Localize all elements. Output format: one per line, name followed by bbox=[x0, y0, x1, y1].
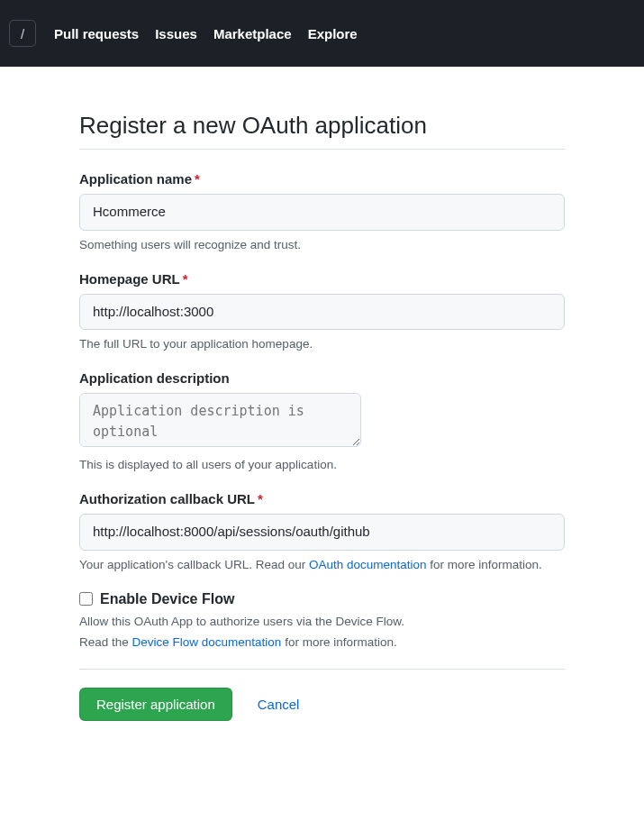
homepage-label: Homepage URL* bbox=[79, 271, 565, 287]
device-flow-label: Enable Device Flow bbox=[100, 591, 234, 607]
description-input[interactable] bbox=[79, 393, 361, 447]
description-label: Application description bbox=[79, 370, 565, 386]
app-name-label-text: Application name bbox=[79, 171, 192, 187]
homepage-input[interactable] bbox=[79, 294, 565, 331]
required-mark: * bbox=[258, 491, 263, 506]
required-mark: * bbox=[183, 271, 188, 287]
callback-hint-post: for more information. bbox=[427, 558, 542, 571]
device-flow-hint2: Read the Device Flow documentation for m… bbox=[79, 635, 565, 649]
divider bbox=[79, 669, 565, 670]
cancel-button[interactable]: Cancel bbox=[258, 697, 300, 712]
callback-label-text: Authorization callback URL bbox=[79, 491, 255, 506]
top-navbar: / Pull requests Issues Marketplace Explo… bbox=[0, 0, 644, 67]
oauth-doc-link[interactable]: OAuth documentation bbox=[309, 558, 427, 571]
main-content: Register a new OAuth application Applica… bbox=[0, 67, 644, 757]
device-flow-checkbox[interactable] bbox=[79, 592, 93, 606]
device-flow-hint2-pre: Read the bbox=[79, 635, 132, 649]
required-mark: * bbox=[195, 171, 200, 187]
device-flow-doc-link[interactable]: Device Flow documentation bbox=[132, 635, 282, 649]
callback-hint: Your application's callback URL. Read ou… bbox=[79, 558, 565, 571]
nav-explore[interactable]: Explore bbox=[308, 26, 358, 41]
homepage-hint: The full URL to your application homepag… bbox=[79, 337, 565, 351]
field-app-name: Application name* Something users will r… bbox=[79, 171, 565, 251]
nav-marketplace[interactable]: Marketplace bbox=[213, 26, 292, 41]
nav-pull-requests[interactable]: Pull requests bbox=[54, 26, 139, 41]
register-button[interactable]: Register application bbox=[79, 688, 232, 721]
page-title: Register a new OAuth application bbox=[79, 112, 565, 150]
homepage-label-text: Homepage URL bbox=[79, 271, 180, 287]
callback-hint-pre: Your application's callback URL. Read ou… bbox=[79, 558, 309, 571]
app-name-label: Application name* bbox=[79, 171, 565, 187]
device-flow-hint2-post: for more information. bbox=[281, 635, 396, 649]
callback-input[interactable] bbox=[79, 514, 565, 551]
field-description: Application description This is displaye… bbox=[79, 370, 565, 471]
logo-icon[interactable]: / bbox=[9, 20, 36, 47]
field-callback-url: Authorization callback URL* Your applica… bbox=[79, 491, 565, 571]
description-hint: This is displayed to all users of your a… bbox=[79, 458, 565, 471]
nav-issues[interactable]: Issues bbox=[155, 26, 197, 41]
nav-links: Pull requests Issues Marketplace Explore bbox=[54, 26, 358, 41]
device-flow-hint1: Allow this OAuth App to authorize users … bbox=[79, 615, 565, 628]
app-name-input[interactable] bbox=[79, 194, 565, 231]
app-name-hint: Something users will recognize and trust… bbox=[79, 238, 565, 251]
callback-label: Authorization callback URL* bbox=[79, 491, 565, 506]
form-actions: Register application Cancel bbox=[79, 688, 565, 721]
field-device-flow: Enable Device Flow Allow this OAuth App … bbox=[79, 591, 565, 649]
field-homepage-url: Homepage URL* The full URL to your appli… bbox=[79, 271, 565, 351]
